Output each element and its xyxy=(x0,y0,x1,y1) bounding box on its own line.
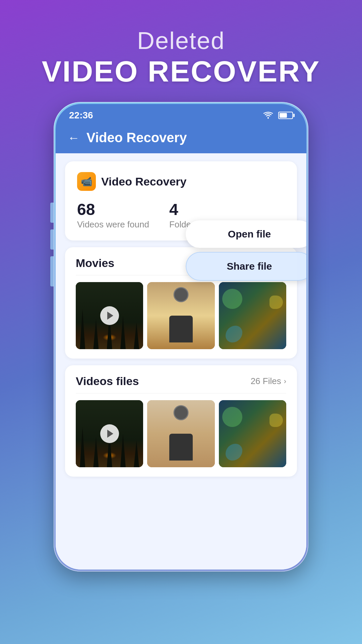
blob2-2 xyxy=(269,414,283,427)
wifi-icon xyxy=(263,111,274,119)
power-button xyxy=(50,256,54,286)
app-title: Video Recovery xyxy=(86,130,187,145)
tree-5 xyxy=(134,322,139,349)
tree-v4 xyxy=(120,434,126,467)
card-header: 📹 Video Recovery xyxy=(77,172,285,191)
movies-thumb-1[interactable] xyxy=(76,282,143,349)
side-buttons xyxy=(50,203,54,286)
person-body xyxy=(169,316,193,342)
card-title: Video Recovery xyxy=(101,175,187,188)
videos-count-label: 26 Files xyxy=(251,376,281,386)
videos-thumb-1[interactable] xyxy=(76,400,143,467)
battery-fill xyxy=(280,113,287,118)
action-buttons-overlay: Open file Share file xyxy=(186,220,306,281)
play-button-v1[interactable] xyxy=(100,424,119,443)
app-icon: 📹 xyxy=(77,172,96,191)
folders-count: 4 xyxy=(169,200,198,219)
status-time: 22:36 xyxy=(69,110,93,121)
phone-screen: 22:36 ← Video Recovery xyxy=(56,104,306,570)
play-button-1[interactable] xyxy=(100,306,119,325)
app-header: ← Video Recovery xyxy=(56,125,306,153)
movies-thumbnails-grid xyxy=(76,282,286,349)
movies-thumb-3[interactable] xyxy=(219,282,286,349)
main-content: 📹 Video Recovery 68 Videos were found 4 … xyxy=(56,153,306,570)
header-deleted-text: Deleted xyxy=(42,27,320,54)
tree-v2 xyxy=(93,437,99,467)
volume-down-button xyxy=(50,229,54,250)
status-icons xyxy=(263,111,293,119)
person-body-2 xyxy=(169,434,193,461)
tree-1 xyxy=(80,309,85,349)
tree-v5 xyxy=(134,440,139,467)
videos-section-title: Videos files xyxy=(76,375,139,388)
back-button[interactable]: ← xyxy=(68,131,80,145)
status-bar: 22:36 xyxy=(56,104,306,125)
videos-stat: 68 Videos were found xyxy=(77,200,149,230)
person-head-2 xyxy=(173,405,188,420)
tree-v1 xyxy=(80,427,85,467)
volume-up-button xyxy=(50,203,54,223)
videos-section-meta[interactable]: 26 Files › xyxy=(251,376,286,386)
page-header: Deleted VIDEO RECOVERY xyxy=(42,27,320,89)
app-icon-emoji: 📹 xyxy=(81,176,93,187)
tree-2 xyxy=(93,319,99,349)
videos-count: 68 xyxy=(77,200,149,219)
person-head xyxy=(173,287,188,302)
play-triangle xyxy=(107,312,113,320)
share-file-button[interactable]: Share file xyxy=(186,252,306,281)
tree-4 xyxy=(120,316,126,349)
videos-section: Videos files 26 Files › xyxy=(65,365,297,477)
videos-thumb-3[interactable] xyxy=(219,400,286,467)
videos-thumbnails-grid xyxy=(76,400,286,467)
blob2 xyxy=(269,296,283,309)
phone-frame: 22:36 ← Video Recovery xyxy=(54,102,308,572)
play-triangle-v xyxy=(107,430,113,438)
header-video-recovery-text: VIDEO RECOVERY xyxy=(42,54,320,89)
battery-icon xyxy=(278,112,293,119)
chevron-right-icon: › xyxy=(284,377,286,386)
videos-section-header: Videos files 26 Files › xyxy=(76,375,286,393)
movies-section-title: Movies xyxy=(76,257,114,270)
svg-point-0 xyxy=(267,117,269,119)
open-file-button[interactable]: Open file xyxy=(186,220,306,248)
blob1-2 xyxy=(222,407,242,427)
movies-thumb-2[interactable] xyxy=(147,282,215,349)
videos-label: Videos were found xyxy=(77,219,149,230)
blob1 xyxy=(222,289,242,309)
videos-thumb-2[interactable] xyxy=(147,400,215,467)
